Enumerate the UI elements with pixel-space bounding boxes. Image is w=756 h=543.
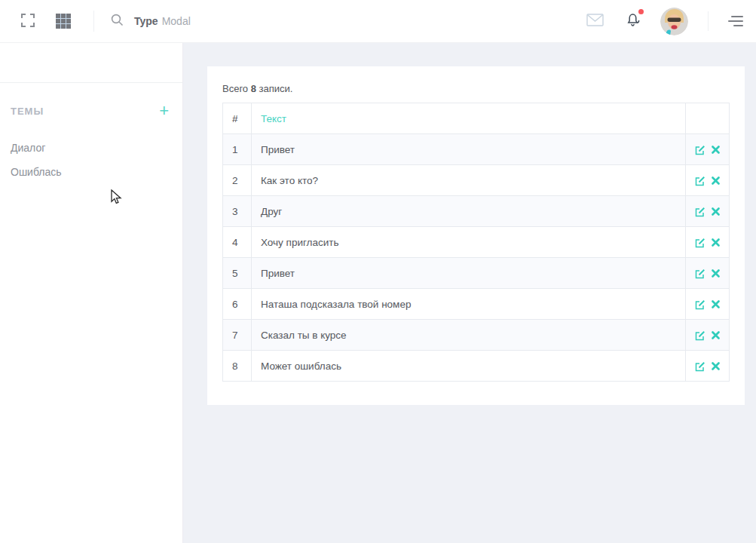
menu-icon	[728, 16, 743, 26]
header-divider	[93, 11, 94, 32]
row-text: Наташа подсказала твой номер	[252, 289, 686, 320]
menu-toggle-button[interactable]	[728, 16, 743, 26]
table-row: 5 Привет	[223, 258, 730, 289]
search-placeholder: Modal	[162, 15, 191, 27]
table-header-row: # Текст	[223, 103, 730, 134]
delete-icon[interactable]	[712, 176, 720, 185]
edit-icon[interactable]	[695, 361, 705, 372]
row-text: Хочу пригласить	[252, 227, 686, 258]
summary-suffix: записи.	[259, 83, 293, 94]
row-actions	[686, 196, 730, 227]
table-row: 3 Друг	[223, 196, 730, 227]
delete-icon[interactable]	[712, 207, 720, 216]
row-text: Друг	[252, 196, 686, 227]
edit-icon[interactable]	[695, 145, 705, 155]
row-actions	[686, 165, 730, 196]
search-text: Type Modal	[134, 15, 191, 27]
delete-icon[interactable]	[712, 146, 720, 154]
column-header-actions	[686, 103, 730, 134]
fullscreen-button[interactable]	[21, 14, 35, 29]
row-actions	[686, 134, 730, 165]
table-row: 8 Может ошиблась	[223, 351, 730, 382]
table-row: 7 Сказал ты в курсе	[223, 320, 730, 351]
row-text: Как это кто?	[252, 165, 686, 196]
sidebar-top-panel	[0, 43, 182, 83]
grid-icon	[56, 14, 71, 29]
delete-icon[interactable]	[712, 331, 720, 339]
delete-icon[interactable]	[712, 238, 720, 247]
column-header-num: #	[223, 103, 252, 134]
row-number: 1	[223, 134, 252, 165]
search-input[interactable]: Type Modal	[111, 14, 191, 29]
table-row: 1 Привет	[223, 134, 730, 165]
apps-grid-button[interactable]	[56, 14, 71, 29]
sidebar-items: Диалог Ошиблась	[11, 136, 172, 184]
delete-icon[interactable]	[712, 269, 720, 278]
column-header-text[interactable]: Текст	[252, 103, 686, 134]
row-actions	[686, 289, 730, 320]
row-text: Привет	[252, 258, 686, 289]
delete-icon[interactable]	[712, 300, 720, 308]
sidebar-item-oshiblas[interactable]: Ошиблась	[11, 160, 172, 184]
summary-count: 8	[251, 83, 256, 94]
row-number: 4	[223, 227, 252, 258]
search-typed-value: Type	[134, 15, 158, 27]
sidebar: ТЕМЫ + Диалог Ошиблась	[0, 43, 183, 543]
table-body: 1 Привет 2 Как это кто?	[223, 134, 730, 382]
search-icon	[111, 14, 124, 29]
avatar[interactable]	[660, 8, 688, 35]
row-number: 8	[223, 351, 252, 382]
fullscreen-icon	[21, 14, 35, 29]
edit-icon[interactable]	[695, 176, 705, 186]
edit-icon[interactable]	[695, 207, 705, 217]
edit-icon[interactable]	[695, 330, 705, 341]
row-actions	[686, 227, 730, 258]
add-topic-button[interactable]: +	[156, 104, 172, 118]
row-number: 2	[223, 165, 252, 196]
row-text: Привет	[252, 134, 686, 165]
sidebar-section-topics: ТЕМЫ + Диалог Ошиблась	[0, 83, 182, 184]
top-header: Type Modal	[0, 0, 756, 43]
row-number: 5	[223, 258, 252, 289]
main-area: Всего 8 записи. # Текст 1 Привет	[184, 43, 756, 543]
table-row: 2 Как это кто?	[223, 165, 730, 196]
header-divider	[708, 11, 709, 31]
row-actions	[686, 258, 730, 289]
row-number: 3	[223, 196, 252, 227]
table-row: 6 Наташа подсказала твой номер	[223, 289, 730, 320]
row-actions	[686, 320, 730, 351]
row-text: Может ошиблась	[252, 351, 686, 382]
row-actions	[686, 351, 730, 382]
row-number: 6	[223, 289, 252, 320]
notification-badge	[638, 9, 644, 14]
records-summary: Всего 8 записи.	[222, 83, 730, 94]
table-row: 4 Хочу пригласить	[223, 227, 730, 258]
sidebar-section-title: ТЕМЫ	[11, 106, 44, 117]
summary-prefix: Всего	[222, 83, 248, 94]
records-card: Всего 8 записи. # Текст 1 Привет	[207, 66, 745, 405]
mail-icon	[586, 14, 604, 29]
records-table: # Текст 1 Привет 2 Как	[222, 103, 730, 382]
bell-icon	[626, 12, 641, 30]
edit-icon[interactable]	[695, 299, 705, 310]
row-text: Сказал ты в курсе	[252, 320, 686, 351]
row-number: 7	[223, 320, 252, 351]
messages-button[interactable]	[586, 14, 604, 29]
edit-icon[interactable]	[695, 238, 705, 248]
sidebar-item-dialog[interactable]: Диалог	[11, 136, 172, 160]
edit-icon[interactable]	[695, 268, 705, 279]
delete-icon[interactable]	[712, 362, 720, 370]
notifications-button[interactable]	[626, 12, 641, 30]
